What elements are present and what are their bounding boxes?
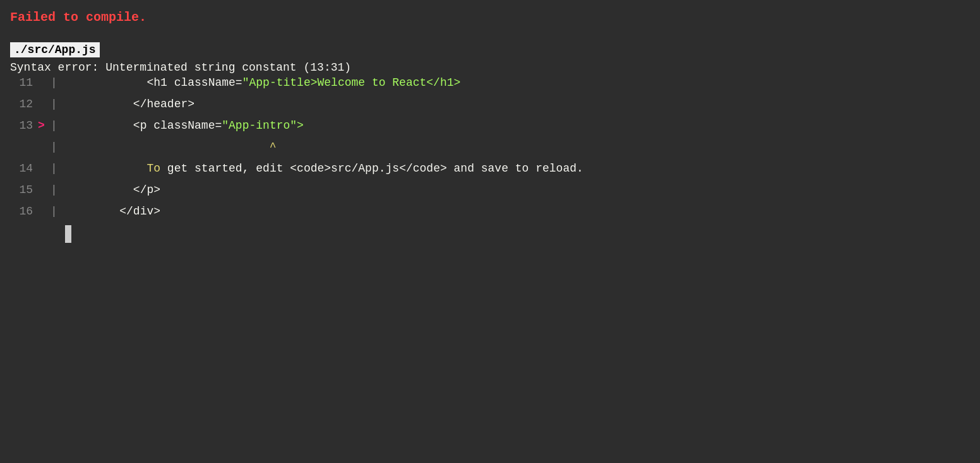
file-label: ./src/App.js <box>10 42 100 57</box>
pipe-12: | <box>51 95 57 114</box>
line-number-14: 14 <box>10 160 33 179</box>
pipe-14: | <box>51 160 57 179</box>
line-content-12: </header> <box>65 95 980 114</box>
error-container: Failed to compile. ./src/App.js Syntax e… <box>10 10 980 245</box>
caret-line: | ^ <box>10 138 980 160</box>
line-indicator-14 <box>38 160 51 179</box>
text-cursor <box>65 225 71 243</box>
pipe-16: | <box>51 202 57 221</box>
code-line-15: 15 | </p> <box>10 181 980 202</box>
pipe-13: | <box>51 117 57 136</box>
line-content-13: <p className="App-intro"> <box>65 117 980 136</box>
line-number-11: 11 <box>10 74 33 93</box>
cursor-line <box>10 224 980 245</box>
line-content-11: <h1 className="App-title>Welcome to Reac… <box>65 74 980 93</box>
caret-content: ^ <box>65 138 980 157</box>
pipe-15: | <box>51 181 57 200</box>
code-line-14: 14 | To get started, edit <code>src/App.… <box>10 160 980 181</box>
pipe-11: | <box>51 74 57 93</box>
error-header: Failed to compile. <box>10 10 980 25</box>
line-content-15: </p> <box>65 181 980 200</box>
code-line-12: 12 | </header> <box>10 95 980 117</box>
line-indicator-16 <box>38 202 51 221</box>
line-indicator-caret <box>38 138 51 157</box>
line-number-cursor <box>10 224 33 243</box>
code-line-16: 16 | </div> <box>10 202 980 224</box>
syntax-error: Syntax error: Unterminated string consta… <box>10 61 351 74</box>
line-indicator-15 <box>38 181 51 200</box>
pipe-cursor <box>51 224 57 243</box>
line-content-14: To get started, edit <code>src/App.js</c… <box>65 160 980 179</box>
line-number-13: 13 <box>10 117 33 136</box>
line-indicator-13: > <box>38 117 51 136</box>
line-indicator-cursor <box>38 224 51 243</box>
line-number-15: 15 <box>10 181 33 200</box>
pipe-caret: | <box>51 138 57 157</box>
cursor-block-content <box>65 224 980 243</box>
line-content-16: </div> <box>65 202 980 221</box>
line-indicator-11 <box>38 74 51 93</box>
line-indicator-12 <box>38 95 51 114</box>
code-line-11: 11 | <h1 className="App-title>Welcome to… <box>10 74 980 95</box>
line-number-12: 12 <box>10 95 33 114</box>
line-number-caret <box>10 138 33 157</box>
file-section: ./src/App.js Syntax error: Unterminated … <box>10 42 980 74</box>
code-block: 11 | <h1 className="App-title>Welcome to… <box>10 74 980 245</box>
line-number-16: 16 <box>10 202 33 221</box>
code-line-13: 13 > | <p className="App-intro"> <box>10 117 980 138</box>
